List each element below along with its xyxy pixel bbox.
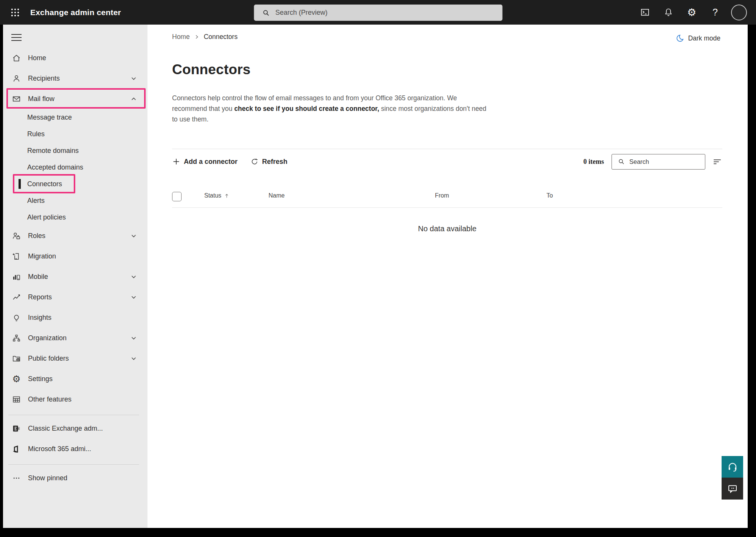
- line-chart-icon: [11, 292, 22, 302]
- migration-document-icon: [11, 251, 22, 261]
- sidebar-item-label: Reports: [28, 293, 52, 301]
- sidebar-item-label: Public folders: [28, 355, 69, 363]
- main-content: Home Connectors Dark mode Connectors Con…: [147, 25, 748, 528]
- person-icon: [11, 73, 22, 84]
- breadcrumb-home-link[interactable]: Home: [172, 33, 190, 41]
- dark-mode-toggle[interactable]: Dark mode: [675, 34, 720, 43]
- sidebar-item-migration[interactable]: Migration: [3, 246, 147, 266]
- sidebar-item-label: Connectors: [27, 180, 62, 188]
- sidebar-item-microsoft-365-admin[interactable]: Microsoft 365 admi...: [3, 439, 147, 459]
- screenshot-frame: Exchange admin center ⚙ ?: [0, 0, 756, 537]
- account-avatar[interactable]: [731, 5, 747, 20]
- support-button[interactable]: [722, 456, 743, 478]
- collapse-nav-button[interactable]: [11, 34, 22, 41]
- sidebar-item-label: Organization: [28, 334, 67, 342]
- app-title: Exchange admin center: [30, 0, 121, 25]
- chevron-up-icon: [130, 95, 138, 103]
- chevron-down-icon: [130, 334, 138, 342]
- sidebar-item-insights[interactable]: Insights: [3, 307, 147, 328]
- filter-sort-button[interactable]: [712, 157, 722, 167]
- powershell-button[interactable]: [637, 5, 652, 20]
- sidebar-nav: Home Recipients Mail flow Message trace …: [3, 25, 147, 528]
- sidebar-item-mobile[interactable]: Mobile: [3, 266, 147, 287]
- empty-state-message: No data available: [172, 224, 722, 233]
- sidebar-item-label: Message trace: [27, 114, 72, 121]
- feedback-button[interactable]: [722, 478, 743, 500]
- list-toolbar: Add a connector Refresh 0 items: [172, 153, 722, 170]
- create-connector-link[interactable]: check to see if you should create a conn…: [234, 105, 379, 112]
- waffle-icon: [10, 7, 20, 18]
- sidebar-item-label: Other features: [28, 395, 71, 403]
- sidebar-item-reports[interactable]: Reports: [3, 287, 147, 307]
- column-header-from[interactable]: From: [435, 192, 449, 199]
- nav-list: Home Recipients Mail flow Message trace …: [3, 48, 147, 488]
- sidebar-item-label: Remote domains: [27, 147, 79, 155]
- headset-icon: [727, 461, 738, 473]
- chevron-down-icon: [130, 273, 138, 281]
- sidebar-item-show-pinned[interactable]: Show pinned: [3, 468, 147, 488]
- sidebar-item-roles[interactable]: Roles: [3, 226, 147, 246]
- sidebar-item-recipients[interactable]: Recipients: [3, 68, 147, 89]
- global-search-box[interactable]: [254, 5, 502, 21]
- sidebar-item-label: Alerts: [27, 197, 45, 205]
- top-bar: Exchange admin center ⚙ ?: [0, 0, 756, 25]
- search-icon: [617, 157, 626, 166]
- chevron-down-icon: [130, 75, 138, 82]
- sidebar-divider: [8, 415, 139, 415]
- column-header-status[interactable]: Status: [204, 192, 230, 199]
- chevron-down-icon: [130, 293, 138, 301]
- sidebar-item-alerts[interactable]: Alerts: [3, 192, 147, 209]
- home-icon: [11, 53, 22, 63]
- section-divider: [172, 149, 722, 149]
- microsoft-365-logo-icon: [11, 444, 22, 454]
- sidebar-item-label: Classic Exchange adm...: [28, 425, 103, 433]
- sidebar-item-label: Insights: [28, 314, 51, 322]
- column-header-to[interactable]: To: [546, 192, 553, 199]
- column-header-name[interactable]: Name: [269, 192, 285, 199]
- app-launcher-button[interactable]: [9, 6, 21, 19]
- plus-icon: [172, 157, 180, 166]
- sidebar-item-label: Migration: [28, 252, 56, 260]
- page-description: Connectors help control the flow of emai…: [172, 93, 492, 125]
- dark-mode-label: Dark mode: [688, 34, 720, 42]
- sidebar-item-accepted-domains[interactable]: Accepted domains: [3, 159, 147, 176]
- help-button[interactable]: ?: [708, 5, 723, 20]
- sidebar-item-public-folders[interactable]: Public folders: [3, 348, 147, 369]
- sidebar-item-classic-exchange-admin[interactable]: Classic Exchange adm...: [3, 418, 147, 439]
- sidebar-item-message-trace[interactable]: Message trace: [3, 109, 147, 126]
- breadcrumb-current: Connectors: [204, 33, 238, 41]
- global-search-input[interactable]: [275, 9, 502, 17]
- table-header-row: Status Name From To: [172, 190, 722, 204]
- question-mark-icon: ?: [713, 7, 718, 18]
- envelope-icon: [11, 94, 22, 104]
- notifications-button[interactable]: [661, 5, 676, 20]
- table-header-divider: [172, 207, 722, 208]
- sidebar-item-label: Alert policies: [27, 213, 66, 221]
- sidebar-item-connectors[interactable]: Connectors: [3, 176, 147, 192]
- items-count: 0 items: [584, 158, 604, 166]
- refresh-icon: [250, 157, 259, 166]
- sidebar-item-home[interactable]: Home: [3, 48, 147, 68]
- sidebar-item-alert-policies[interactable]: Alert policies: [3, 209, 147, 226]
- sidebar-item-organization[interactable]: Organization: [3, 328, 147, 348]
- refresh-button[interactable]: Refresh: [250, 157, 287, 166]
- powershell-terminal-icon: [640, 7, 650, 17]
- sidebar-item-mail-flow[interactable]: Mail flow: [3, 89, 147, 109]
- chevron-down-icon: [130, 355, 138, 363]
- add-connector-button[interactable]: Add a connector: [172, 157, 238, 166]
- list-search-input[interactable]: [629, 158, 705, 165]
- page-title: Connectors: [172, 62, 251, 78]
- sidebar-item-label: Accepted domains: [27, 163, 83, 171]
- folder-globe-icon: [11, 353, 22, 364]
- sidebar-item-remote-domains[interactable]: Remote domains: [3, 142, 147, 159]
- list-search-box[interactable]: [612, 154, 705, 170]
- toolbar-right: 0 items: [584, 154, 722, 170]
- org-chart-icon: [11, 333, 22, 343]
- sidebar-item-rules[interactable]: Rules: [3, 126, 147, 142]
- filter-lines-icon: [712, 157, 722, 167]
- sidebar-item-other-features[interactable]: Other features: [3, 389, 147, 409]
- select-all-checkbox[interactable]: [172, 192, 182, 201]
- sidebar-item-settings[interactable]: ⚙ Settings: [3, 369, 147, 389]
- settings-button[interactable]: ⚙: [684, 5, 699, 20]
- person-badge-icon: [11, 231, 22, 241]
